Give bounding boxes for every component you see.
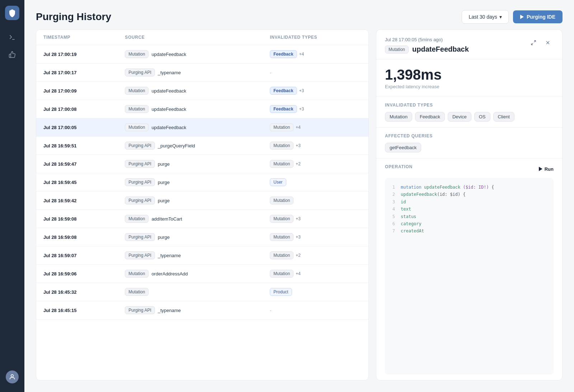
cell-source: Mutation (118, 283, 263, 301)
table-body: Jul 28 17:00:19 Mutation updateFeedback … (36, 45, 368, 320)
invalidated-types-section: Invalidated Types MutationFeedbackDevice… (376, 97, 562, 128)
svg-line-3 (531, 43, 533, 45)
source-name: addItemToCart (151, 216, 182, 222)
affected-queries-badges: getFeedback (385, 143, 554, 152)
line-number: 5 (391, 213, 395, 220)
cell-timestamp: Jul 28 17:00:17 (36, 63, 118, 82)
detail-header-left: Jul 28 17:00:05 (5mins ago) Mutation upd… (385, 37, 469, 53)
line-number: 4 (391, 206, 395, 213)
source-badge: Mutation (125, 288, 149, 296)
run-button[interactable]: Run (539, 166, 554, 172)
cell-source: Purging API purge (118, 173, 263, 192)
svg-line-2 (534, 41, 536, 42)
code-line: 5 status (391, 213, 548, 220)
purging-ide-button[interactable]: Purging IDE (513, 10, 563, 23)
type-badge: Mutation (270, 233, 293, 241)
source-badge: Mutation (125, 87, 149, 95)
operation-section: Operation Run 1 mutation updateFeedback … (376, 159, 562, 380)
invalidated-type-badge: OS (474, 112, 490, 122)
code-block: 1 mutation updateFeedback ($id: ID!) { 2… (385, 178, 554, 374)
invalidated-type-badge: Feedback (415, 112, 445, 122)
table-row[interactable]: Jul 28 16:59:06 Mutation orderAddressAdd… (36, 265, 368, 283)
source-name: updateFeedback (151, 88, 186, 94)
table-row[interactable]: Jul 28 16:59:51 Purging API _purgeQueryF… (36, 137, 368, 155)
operation-title: Operation (385, 164, 413, 169)
source-badge: Purging API (125, 69, 155, 76)
date-filter-button[interactable]: Last 30 days ▾ (462, 10, 508, 24)
table-row[interactable]: Jul 28 16:59:47 Purging API purge Mutati… (36, 155, 368, 173)
table-header: Timestamp Source Invalidated Types (36, 30, 368, 45)
table-row[interactable]: Jul 28 16:59:08 Purging API purge Mutati… (36, 228, 368, 246)
table-row[interactable]: Jul 28 17:00:05 Mutation updateFeedback … (36, 118, 368, 137)
table-row[interactable]: Jul 28 16:59:42 Purging API purge Mutati… (36, 192, 368, 210)
cell-types: Mutation +3 (263, 228, 368, 246)
table-row[interactable]: Jul 28 16:59:07 Purging API _typename Mu… (36, 246, 368, 265)
type-badge: Mutation (270, 123, 293, 131)
play-icon (520, 15, 524, 19)
source-badge: Purging API (125, 197, 155, 204)
cell-types: Mutation +4 (263, 118, 368, 137)
cell-source: Purging API _typename (118, 301, 263, 320)
source-badge: Mutation (125, 105, 149, 113)
terminal-icon[interactable] (5, 30, 19, 44)
cell-timestamp: Jul 28 16:59:08 (36, 228, 118, 246)
line-content: mutation updateFeedback ($id: ID!) { (401, 184, 494, 191)
date-filter-label: Last 30 days (469, 14, 497, 20)
app-logo[interactable] (5, 6, 19, 20)
type-count: +3 (299, 107, 304, 112)
cell-timestamp: Jul 28 17:00:08 (36, 100, 118, 118)
type-badge: Mutation (270, 142, 293, 150)
type-count: +4 (299, 52, 304, 57)
table-row[interactable]: Jul 28 17:00:09 Mutation updateFeedback … (36, 82, 368, 100)
cell-types: Mutation (263, 192, 368, 210)
table-row[interactable]: Jul 28 17:00:08 Mutation updateFeedback … (36, 100, 368, 118)
line-number: 6 (391, 220, 395, 227)
table-row[interactable]: Jul 28 16:45:15 Purging API _typename - (36, 301, 368, 320)
cell-timestamp: Jul 28 16:59:08 (36, 210, 118, 228)
user-avatar[interactable] (6, 370, 19, 383)
close-button[interactable] (542, 37, 554, 48)
line-number: 3 (391, 198, 395, 206)
cell-types: Mutation +2 (263, 246, 368, 265)
code-line: 6 category (391, 220, 548, 227)
detail-latency-section: 1,398ms Expected latency increase (376, 60, 562, 97)
cell-source: Purging API _typename (118, 246, 263, 265)
cell-source: Mutation orderAddressAdd (118, 265, 263, 283)
source-badge: Purging API (125, 178, 155, 186)
source-name: orderAddressAdd (151, 271, 188, 277)
detail-panel: Jul 28 17:00:05 (5mins ago) Mutation upd… (376, 29, 563, 381)
line-content: id (401, 198, 406, 206)
source-name: updateFeedback (151, 107, 186, 112)
sidebar (0, 0, 24, 392)
svg-point-1 (11, 374, 14, 377)
source-badge: Purging API (125, 306, 155, 314)
source-name: purge (158, 235, 170, 240)
table-row[interactable]: Jul 28 16:45:32 Mutation Product (36, 283, 368, 301)
source-badge: Purging API (125, 142, 155, 150)
type-badge: Feedback (270, 105, 297, 113)
cell-types: Mutation +3 (263, 137, 368, 155)
detail-source-badge: Mutation (385, 46, 409, 53)
detail-timestamp: Jul 28 17:00:05 (5mins ago) (385, 37, 469, 42)
table-row[interactable]: Jul 28 16:59:08 Mutation addItemToCart M… (36, 210, 368, 228)
cell-source: Mutation updateFeedback (118, 100, 263, 118)
source-badge: Mutation (125, 50, 149, 58)
expand-button[interactable] (528, 37, 539, 48)
table-row[interactable]: Jul 28 17:00:17 Purging API _typename - (36, 63, 368, 82)
source-badge: Purging API (125, 160, 155, 168)
play-icon (539, 167, 542, 171)
purging-ide-label: Purging IDE (527, 14, 555, 20)
cell-timestamp: Jul 28 16:59:06 (36, 265, 118, 283)
table-row[interactable]: Jul 28 16:59:45 Purging API purge User (36, 173, 368, 192)
detail-header-actions (528, 37, 554, 48)
history-table: Timestamp Source Invalidated Types Jul 2… (36, 30, 368, 320)
type-count: +4 (296, 125, 301, 130)
thumbs-icon[interactable] (5, 47, 19, 62)
code-line: 2 updateFeedback(id: $id) { (391, 191, 548, 198)
source-badge: Mutation (125, 215, 149, 223)
cell-source: Mutation updateFeedback (118, 45, 263, 63)
type-count: +3 (296, 143, 301, 148)
table-row[interactable]: Jul 28 17:00:19 Mutation updateFeedback … (36, 45, 368, 63)
col-source: Source (118, 30, 263, 45)
source-name: purge (158, 161, 170, 167)
